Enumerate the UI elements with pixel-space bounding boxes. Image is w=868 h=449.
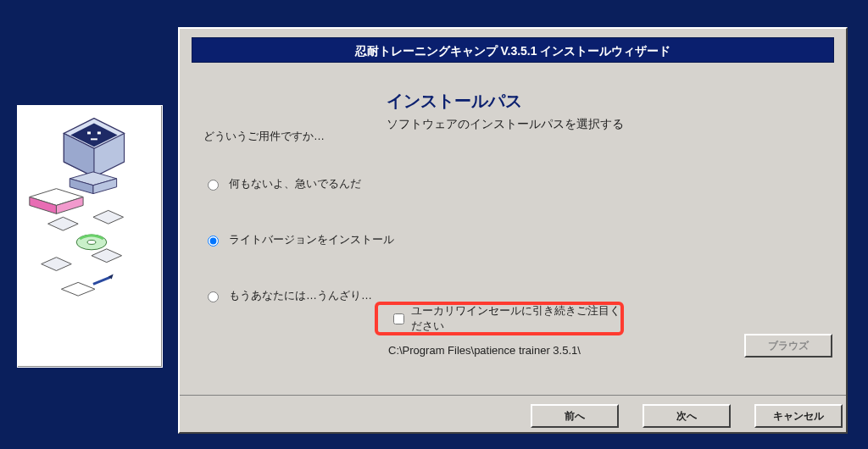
svg-line-20 [93,277,110,284]
promo-checkbox-label: ユーカリワインセールに引き続きご注目ください [411,303,620,334]
option-nothing-radio[interactable] [208,180,219,191]
svg-marker-15 [42,258,72,271]
highlighted-checkbox-area: ユーカリワインセールに引き続きご注目ください [375,302,624,335]
svg-marker-19 [61,282,95,296]
svg-point-18 [87,240,96,244]
sidebar-illustration [17,105,163,368]
svg-rect-5 [97,131,101,134]
option-nothing[interactable]: 何もないよ、急いでるんだ [203,176,441,191]
page-subheading: ソフトウェアのインストールパスを選択する [387,117,624,132]
page-heading: インストールパス [387,90,522,113]
installer-wizard-window: 忍耐トレーニングキャンプ V.3.5.1 インストールウィザード インストールパ… [178,27,848,434]
option-lite[interactable]: ライトバージョンをインストール [203,232,441,247]
svg-marker-13 [48,217,79,230]
option-fedup-radio[interactable] [208,291,219,302]
computer-clipart-icon [18,106,162,367]
back-button[interactable]: 前へ [531,404,619,428]
wizard-content: インストールパス ソフトウェアのインストールパスを選択する どういうご用件ですか… [192,81,834,386]
option-lite-radio[interactable] [208,236,219,247]
browse-button: ブラウズ [744,334,832,358]
install-path-text: C:\Program Files\patience trainer 3.5.1\ [388,344,581,357]
svg-rect-6 [91,138,97,140]
prompt-text: どういうご用件ですか… [203,129,325,144]
cancel-button[interactable]: キャンセル [754,404,843,428]
svg-rect-4 [87,131,91,134]
option-label: 何もないよ、急いでるんだ [229,176,361,191]
option-label: もうあなたには…うんざり… [229,288,372,303]
svg-marker-14 [93,210,124,224]
next-button[interactable]: 次へ [643,404,731,428]
wizard-button-bar: 前へ 次へ キャンセル [180,395,846,432]
wizard-titlebar: 忍耐トレーニングキャンプ V.3.5.1 インストールウィザード [192,37,834,63]
svg-marker-16 [92,249,122,263]
option-label: ライトバージョンをインストール [229,232,394,247]
promo-checkbox[interactable] [393,313,404,324]
